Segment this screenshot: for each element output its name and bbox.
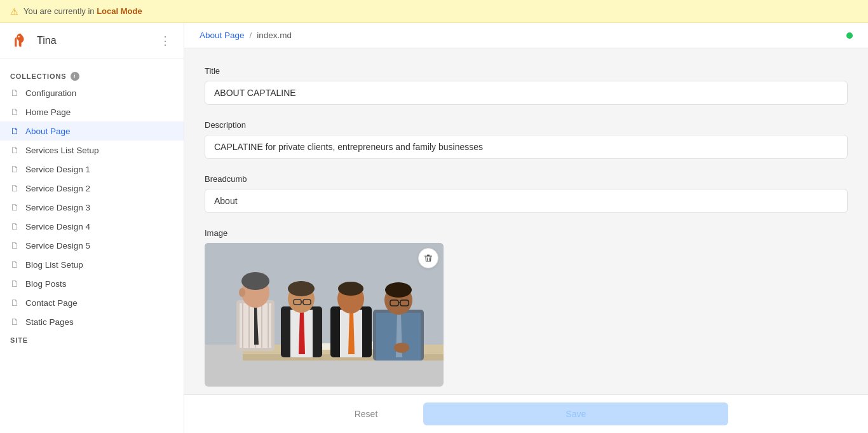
- sidebar-item-label: Blog Posts: [25, 279, 67, 289]
- file-icon: 🗋: [10, 126, 19, 136]
- sidebar-item-label: Service Design 2: [25, 184, 90, 193]
- sidebar-item-service-design-3[interactable]: 🗋 Service Design 3: [0, 198, 184, 217]
- image-container: [205, 243, 444, 389]
- footer-actions: Reset Save: [184, 394, 868, 433]
- collections-info-icon[interactable]: i: [71, 72, 79, 81]
- reset-button[interactable]: Reset: [324, 402, 409, 425]
- mode-label: Local Mode: [97, 6, 142, 16]
- form-area: Title Description Breadcumb Image: [184, 48, 868, 394]
- svg-point-17: [239, 288, 245, 297]
- status-indicator: [846, 32, 853, 39]
- sidebar-header: Tina ⋮: [0, 23, 184, 59]
- file-icon: 🗋: [10, 145, 19, 155]
- sidebar-item-label: Blog List Setup: [25, 260, 83, 270]
- svg-point-23: [288, 281, 315, 296]
- sidebar-item-services-list-setup[interactable]: 🗋 Services List Setup: [0, 141, 184, 160]
- svg-rect-42: [427, 255, 430, 256]
- sidebar-content: COLLECTIONS i 🗋 Configuration 🗋 Home Pag…: [0, 59, 184, 433]
- trash-icon: [424, 254, 433, 263]
- svg-point-36: [385, 282, 412, 298]
- title-input[interactable]: [205, 81, 848, 105]
- sidebar-item-label: Static Pages: [25, 317, 74, 327]
- sidebar-item-service-design-2[interactable]: 🗋 Service Design 2: [0, 179, 184, 198]
- sidebar-resize-handle[interactable]: [181, 23, 184, 433]
- sidebar-item-label: About Page: [25, 127, 71, 136]
- breadcrumb-separator: /: [250, 31, 252, 40]
- file-icon: 🗋: [10, 259, 19, 270]
- delete-image-button[interactable]: [418, 248, 438, 268]
- breadcumb-field: Breadcumb: [205, 174, 848, 213]
- banner-text: You are currently in Local Mode: [24, 6, 142, 16]
- svg-point-16: [241, 272, 269, 290]
- sidebar-item-label: Configuration: [25, 88, 76, 98]
- sidebar: Tina ⋮ COLLECTIONS i 🗋 Configuration 🗋 H…: [0, 23, 184, 433]
- title-field: Title: [205, 66, 848, 105]
- description-field: Description: [205, 120, 848, 159]
- breadcrumb-bar: About Page / index.md: [184, 23, 868, 48]
- sidebar-item-label: Service Design 1: [25, 165, 90, 174]
- file-icon: 🗋: [10, 202, 19, 212]
- file-icon: 🗋: [10, 240, 19, 251]
- sidebar-menu-icon[interactable]: ⋮: [157, 31, 173, 50]
- file-icon: 🗋: [10, 317, 19, 327]
- breadcrumb-nav: About Page / index.md: [200, 31, 292, 40]
- brand-name: Tina: [37, 35, 57, 46]
- collections-label: COLLECTIONS i: [0, 67, 184, 83]
- breadcrumb-current: index.md: [257, 31, 292, 40]
- title-label: Title: [205, 66, 848, 76]
- breadcumb-input[interactable]: [205, 189, 848, 213]
- brand-logo-icon: [10, 31, 31, 51]
- sidebar-item-service-design-4[interactable]: 🗋 Service Design 4: [0, 217, 184, 236]
- sidebar-item-blog-list-setup[interactable]: 🗋 Blog List Setup: [0, 255, 184, 274]
- breadcumb-label: Breadcumb: [205, 174, 848, 184]
- sidebar-item-static-pages[interactable]: 🗋 Static Pages: [0, 312, 184, 331]
- sidebar-item-label: Home Page: [25, 107, 71, 117]
- description-label: Description: [205, 120, 848, 130]
- sidebar-item-label: Service Design 5: [25, 241, 90, 251]
- sidebar-item-label: Contact Page: [25, 298, 78, 308]
- file-icon: 🗋: [10, 183, 19, 193]
- sidebar-item-configuration[interactable]: 🗋 Configuration: [0, 83, 184, 102]
- file-icon: 🗋: [10, 221, 19, 231]
- sidebar-item-about-page[interactable]: 🗋 About Page: [0, 121, 184, 141]
- breadcrumb-parent-link[interactable]: About Page: [200, 31, 245, 40]
- file-icon: 🗋: [10, 278, 19, 289]
- sidebar-item-service-design-5[interactable]: 🗋 Service Design 5: [0, 236, 184, 255]
- warning-icon: ⚠: [10, 6, 18, 17]
- sidebar-item-label: Service Design 4: [25, 222, 90, 231]
- svg-rect-41: [424, 256, 432, 257]
- sidebar-item-contact-page[interactable]: 🗋 Contact Page: [0, 293, 184, 312]
- svg-point-31: [338, 282, 363, 296]
- svg-point-0: [18, 36, 19, 37]
- svg-point-40: [394, 343, 409, 353]
- save-button[interactable]: Save: [423, 402, 728, 425]
- image-field: Image: [205, 228, 848, 389]
- file-icon: 🗋: [10, 107, 19, 117]
- file-icon: 🗋: [10, 88, 19, 98]
- sidebar-item-blog-posts[interactable]: 🗋 Blog Posts: [0, 274, 184, 293]
- sidebar-item-service-design-1[interactable]: 🗋 Service Design 1: [0, 160, 184, 179]
- sidebar-item-label: Services List Setup: [25, 146, 99, 155]
- main-content: About Page / index.md Title Description …: [184, 23, 868, 433]
- image-preview: [205, 243, 444, 387]
- image-label: Image: [205, 228, 848, 238]
- description-input[interactable]: [205, 135, 848, 159]
- site-label: SITE: [0, 331, 184, 347]
- brand: Tina: [10, 31, 57, 51]
- file-icon: 🗋: [10, 164, 19, 174]
- local-mode-banner: ⚠ You are currently in Local Mode: [0, 0, 868, 23]
- sidebar-item-label: Service Design 3: [25, 203, 90, 212]
- sidebar-item-home-page[interactable]: 🗋 Home Page: [0, 102, 184, 121]
- file-icon: 🗋: [10, 298, 19, 308]
